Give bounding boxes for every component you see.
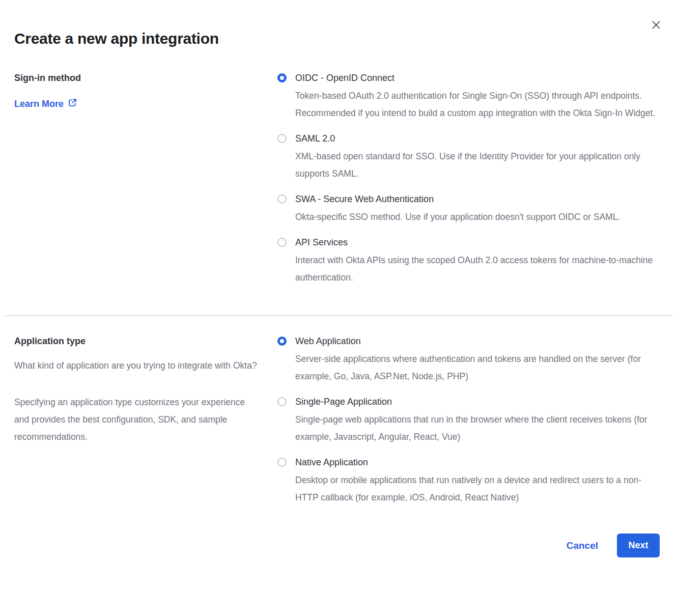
dialog-footer: Cancel Next — [14, 534, 660, 557]
option-description: Token-based OAuth 2.0 authentication for… — [295, 87, 660, 122]
option-description: Single-page web applications that run in… — [295, 411, 660, 445]
learn-more-link[interactable]: Learn More — [14, 98, 77, 109]
application-type-label: Application type — [14, 335, 277, 347]
radio-option-native-application[interactable]: Native Application Desktop or mobile app… — [277, 457, 660, 506]
option-label: SWA - Secure Web Authentication — [295, 193, 620, 205]
radio-unselected-icon[interactable] — [277, 238, 287, 247]
application-type-question: What kind of application are you trying … — [14, 357, 260, 374]
next-button[interactable]: Next — [617, 534, 660, 557]
signin-method-section: Sign-in method Learn More OIDC - OpenID … — [14, 72, 660, 286]
option-label: Native Application — [295, 457, 660, 468]
option-label: SAML 2.0 — [295, 133, 660, 144]
radio-option-saml[interactable]: SAML 2.0 XML-based open standard for SSO… — [277, 133, 660, 182]
close-icon — [652, 20, 661, 30]
radio-unselected-icon[interactable] — [277, 194, 287, 204]
radio-selected-icon[interactable] — [277, 73, 287, 82]
option-label: API Services — [295, 237, 660, 248]
radio-unselected-icon[interactable] — [277, 397, 287, 406]
option-description: XML-based open standard for SSO. Use if … — [295, 148, 660, 182]
option-description: Server-side applications where authentic… — [295, 350, 660, 385]
option-description: Desktop or mobile applications that run … — [295, 471, 660, 506]
radio-selected-icon[interactable] — [277, 337, 287, 346]
radio-option-web-application[interactable]: Web Application Server-side applications… — [277, 335, 660, 385]
radio-option-oidc[interactable]: OIDC - OpenID Connect Token-based OAuth … — [277, 72, 660, 122]
create-app-integration-dialog: Create a new app integration Sign-in met… — [0, 0, 678, 557]
section-divider — [5, 315, 673, 316]
radio-option-single-page-application[interactable]: Single-Page Application Single-page web … — [277, 396, 660, 445]
application-type-section: Application type What kind of applicatio… — [14, 335, 660, 506]
signin-method-label: Sign-in method — [14, 72, 277, 83]
radio-unselected-icon[interactable] — [277, 134, 287, 143]
option-description: Okta-specific SSO method. Use if your ap… — [295, 208, 620, 226]
application-type-detail: Specifying an application type customize… — [14, 394, 260, 445]
option-label: Web Application — [295, 335, 660, 347]
external-link-icon — [68, 98, 77, 109]
option-label: OIDC - OpenID Connect — [295, 72, 660, 83]
cancel-button[interactable]: Cancel — [567, 540, 598, 551]
learn-more-label: Learn More — [14, 98, 64, 109]
radio-option-api-services[interactable]: API Services Interact with Okta APIs usi… — [277, 237, 660, 286]
option-label: Single-Page Application — [295, 396, 660, 407]
option-description: Interact with Okta APIs using the scoped… — [295, 251, 660, 286]
close-button[interactable] — [649, 18, 663, 32]
dialog-title: Create a new app integration — [14, 30, 660, 48]
radio-unselected-icon[interactable] — [277, 458, 287, 467]
radio-option-swa[interactable]: SWA - Secure Web Authentication Okta-spe… — [277, 193, 660, 226]
